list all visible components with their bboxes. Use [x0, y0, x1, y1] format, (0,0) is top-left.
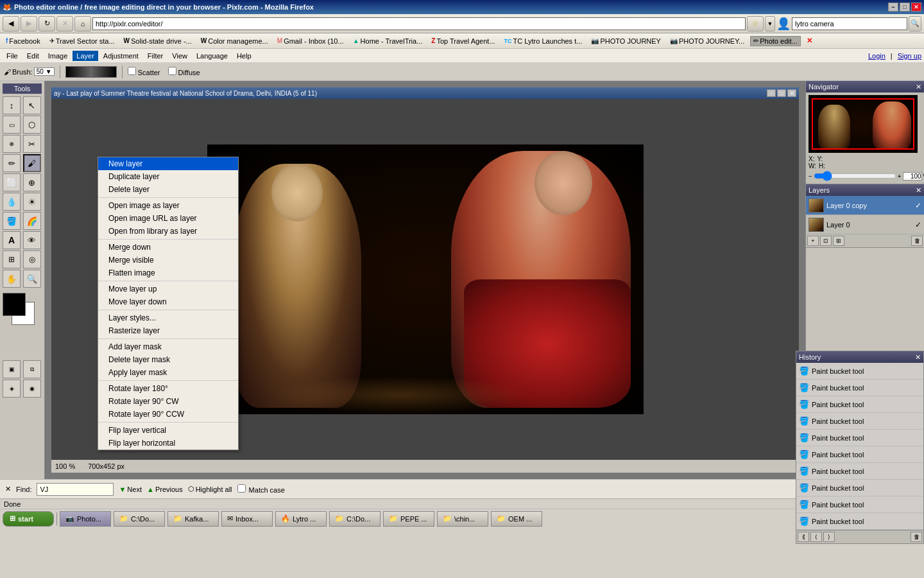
hist-first-btn[interactable]: ⟪ — [798, 532, 809, 542]
search-input[interactable] — [792, 17, 907, 30]
tool-blur[interactable]: 💧 — [3, 193, 21, 211]
tool-heal[interactable]: ⊞ — [3, 250, 21, 268]
quick-mask[interactable]: ▣ — [3, 360, 21, 378]
menu-delete-layer[interactable]: Delete layer — [98, 183, 238, 196]
tool-rect[interactable]: ▭ — [3, 116, 21, 134]
menu-merge-visible[interactable]: Merge visible — [98, 254, 238, 267]
tool-eye[interactable]: 👁 — [23, 231, 41, 249]
find-prev-button[interactable]: ▲ Previous — [147, 486, 183, 493]
hist-prev-btn[interactable]: ⟨ — [810, 532, 822, 542]
search-button[interactable]: 🔍 — [909, 16, 921, 31]
bookmark-wiki1[interactable]: W Solid-state drive -... — [121, 36, 195, 46]
history-item[interactable]: 🪣 Paint bucket tool — [796, 363, 923, 380]
menu-open-image-as-layer[interactable]: Open image as layer — [98, 199, 238, 212]
menu-duplicate-layer[interactable]: Duplicate layer — [98, 170, 238, 183]
back-button[interactable]: ◀ — [3, 16, 19, 31]
bookmark-pixlr[interactable]: ✏ Photo edit... — [750, 36, 801, 46]
tool-crop[interactable]: ✂ — [23, 135, 41, 153]
navigator-close[interactable]: ✕ — [916, 83, 921, 91]
address-bar[interactable]: http://pixlr.com/editor/ — [92, 17, 746, 30]
menu-file[interactable]: File — [3, 51, 22, 61]
tool-lasso[interactable]: ⬡ — [23, 116, 41, 134]
menu-help[interactable]: Help — [233, 51, 255, 61]
star-button[interactable]: ☆ — [747, 16, 764, 31]
menu-layer-styles[interactable]: Layer styles... — [98, 311, 238, 324]
stop-button[interactable]: ✕ — [56, 16, 73, 31]
tool-dodge[interactable]: ☀ — [23, 193, 41, 211]
tool-gradient[interactable]: 🌈 — [23, 212, 41, 230]
menu-open-library-as-layer[interactable]: Open from library as layer — [98, 225, 238, 238]
tool-wand[interactable]: ✵ — [3, 135, 21, 153]
layer-item-0copy[interactable]: Layer 0 copy ✓ — [806, 196, 924, 215]
menu-rasterize-layer[interactable]: Rasterize layer — [98, 324, 238, 337]
find-close-icon[interactable]: ✕ — [5, 485, 11, 493]
layers-group-btn[interactable]: ⊞ — [833, 236, 844, 246]
foreground-color-swatch[interactable] — [3, 293, 26, 316]
zoom-percent-input[interactable] — [903, 172, 922, 180]
tool-zoom[interactable]: 🔍 — [23, 270, 41, 288]
taskbar-pepe[interactable]: 📁 PEPE ... — [383, 511, 434, 527]
quick-view[interactable]: ⧉ — [23, 360, 41, 378]
history-item[interactable]: 🪣 Paint bucket tool — [796, 446, 923, 463]
quick-b[interactable]: ◉ — [23, 380, 41, 398]
menu-filter[interactable]: Filter — [144, 51, 167, 61]
history-item[interactable]: 🪣 Paint bucket tool — [796, 413, 923, 430]
menu-merge-down[interactable]: Merge down — [98, 241, 238, 254]
history-item[interactable]: 🪣 Paint bucket tool — [796, 396, 923, 413]
taskbar-lytro[interactable]: 🔥 Lytro ... — [275, 511, 327, 527]
highlight-all-button[interactable]: ⬡ Highlight all — [188, 485, 232, 493]
taskbar-chin[interactable]: 📁 \chin... — [437, 511, 488, 527]
history-item[interactable]: 🪣 Paint bucket tool — [796, 463, 923, 480]
login-link[interactable]: Login — [868, 52, 886, 60]
tool-spot[interactable]: ◎ — [23, 250, 41, 268]
start-button[interactable]: ⊞ start — [3, 511, 54, 527]
tool-eraser[interactable]: ⬜ — [3, 173, 21, 191]
layer-vis-0copy[interactable]: ✓ — [915, 201, 921, 210]
tool-paintbucket[interactable]: 🪣 — [3, 212, 21, 230]
menu-layer[interactable]: Layer — [73, 51, 98, 61]
layers-add-btn[interactable]: + — [807, 236, 819, 246]
bookmark-photo1[interactable]: 📷 PHOTO JOURNEY — [588, 36, 664, 46]
menu-flip-horizontal[interactable]: Flip layer horizontal — [98, 437, 238, 450]
layer-item-0[interactable]: Layer 0 ✓ — [806, 215, 924, 234]
taskbar-photo[interactable]: 📷 Photo... — [60, 511, 111, 527]
home-button[interactable]: ⌂ — [74, 16, 91, 31]
tool-arrow[interactable]: ↖ — [23, 96, 41, 114]
diffuse-checkbox[interactable] — [168, 67, 176, 75]
hist-delete-btn[interactable]: 🗑 — [911, 532, 922, 542]
history-list[interactable]: 🪣 Paint bucket tool 🪣 Paint bucket tool … — [796, 363, 923, 530]
reload-button[interactable]: ↻ — [38, 16, 55, 31]
tool-brush[interactable]: 🖌 — [23, 154, 41, 172]
taskbar-kafka[interactable]: 📁 Kafka... — [167, 511, 219, 527]
scatter-checkbox[interactable] — [128, 67, 136, 75]
zoom-minus-icon[interactable]: − — [809, 173, 812, 180]
taskbar-oem[interactable]: 📁 OEM ... — [491, 511, 542, 527]
canvas-maximize[interactable]: □ — [777, 89, 786, 97]
bookmark-tripadvisor[interactable]: ▲ Home - TravelTria... — [350, 36, 426, 46]
navigator-thumbnail[interactable] — [809, 95, 918, 153]
history-item[interactable]: 🪣 Paint bucket tool — [796, 430, 923, 446]
history-item[interactable]: 🪣 Paint bucket tool — [796, 496, 923, 513]
menu-delete-layer-mask[interactable]: Delete layer mask — [98, 353, 238, 366]
menu-adjustment[interactable]: Adjustment — [99, 51, 142, 61]
quick-a[interactable]: ◈ — [3, 380, 21, 398]
history-item[interactable]: 🪣 Paint bucket tool — [796, 480, 923, 496]
history-item[interactable]: 🪣 Paint bucket tool — [796, 380, 923, 396]
match-case-checkbox[interactable] — [237, 484, 246, 493]
layers-delete-btn[interactable]: 🗑 — [911, 236, 923, 246]
menu-new-layer[interactable]: New layer — [98, 157, 238, 170]
tool-move[interactable]: ↕ — [3, 96, 21, 114]
bookmark-travel2[interactable]: Z Top Travel Agent... — [428, 36, 498, 46]
menu-rotate-180[interactable]: Rotate layer 180° — [98, 382, 238, 395]
signup-link[interactable]: Sign up — [898, 52, 921, 60]
layers-mask-btn[interactable]: ⊡ — [820, 236, 832, 246]
menu-move-layer-up[interactable]: Move layer up — [98, 283, 238, 295]
menu-add-layer-mask[interactable]: Add layer mask — [98, 340, 238, 353]
forward-button[interactable]: ▶ — [21, 16, 37, 31]
star2-button[interactable]: ▼ — [765, 16, 775, 31]
menu-edit[interactable]: Edit — [23, 51, 43, 61]
taskbar-explorer1[interactable]: 📁 C:\Do... — [114, 511, 165, 527]
bookmark-photo2[interactable]: 📷 PHOTO JOURNEY... — [667, 36, 748, 46]
layer-vis-0[interactable]: ✓ — [915, 220, 921, 229]
tool-hand[interactable]: ✋ — [3, 270, 21, 288]
